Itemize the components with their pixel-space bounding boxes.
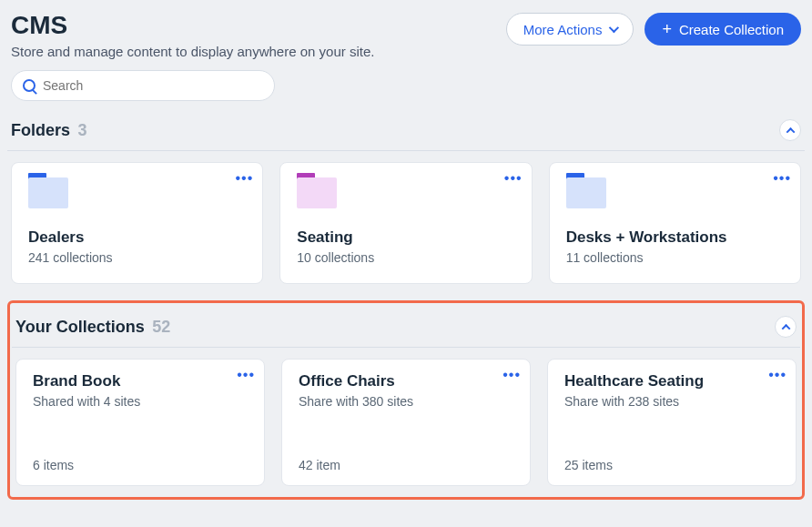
collection-items-count: 6 items [33, 458, 248, 472]
folders-count: 3 [77, 121, 86, 139]
collections-heading: Your Collections 52 [15, 318, 170, 337]
chevron-down-icon [609, 23, 619, 33]
plus-icon: + [662, 21, 672, 37]
folders-section-head: Folders 3 [7, 106, 805, 151]
header-actions: More Actions + Create Collection [506, 11, 801, 46]
folder-card[interactable]: ••• Dealers 241 collections [11, 162, 263, 284]
search-input[interactable] [43, 78, 263, 93]
search-field[interactable] [11, 70, 275, 101]
folder-icon [566, 177, 606, 208]
page-subtitle: Store and manage content to display anyw… [11, 44, 374, 59]
collection-cards: ••• Brand Book Shared with 4 sites 6 ite… [12, 348, 800, 490]
collection-card[interactable]: ••• Office Chairs Share with 380 sites 4… [281, 359, 531, 486]
search-wrap [7, 59, 805, 106]
collection-items-count: 25 items [564, 458, 779, 472]
search-icon [23, 79, 36, 92]
card-menu-button[interactable]: ••• [768, 367, 787, 383]
collections-count: 52 [152, 318, 170, 336]
create-collection-label: Create Collection [679, 22, 784, 37]
card-menu-button[interactable]: ••• [237, 367, 255, 383]
your-collections-highlight: Your Collections 52 ••• Brand Book Share… [7, 300, 805, 500]
collection-sub: Shared with 4 sites [33, 394, 248, 409]
collection-sub: Share with 380 sites [299, 394, 513, 409]
collection-name: Brand Book [33, 372, 248, 390]
collection-name: Healthcare Seating [564, 372, 779, 390]
folder-name: Dealers [28, 228, 246, 247]
header: CMS Store and manage content to display … [7, 7, 805, 59]
card-menu-button[interactable]: ••• [504, 170, 523, 187]
folder-name: Desks + Workstations [566, 228, 784, 247]
folder-sub: 10 collections [297, 250, 514, 265]
page-title: CMS [11, 11, 374, 40]
folder-icon [297, 177, 337, 208]
collection-card[interactable]: ••• Brand Book Shared with 4 sites 6 ite… [15, 359, 265, 486]
more-actions-button[interactable]: More Actions [506, 13, 634, 46]
card-menu-button[interactable]: ••• [502, 367, 521, 383]
card-menu-button[interactable]: ••• [236, 170, 254, 187]
folder-name: Seating [297, 228, 514, 247]
collection-name: Office Chairs [299, 372, 513, 390]
collection-sub: Share with 238 sites [564, 394, 779, 409]
folder-icon [28, 177, 68, 208]
create-collection-button[interactable]: + Create Collection [645, 13, 801, 46]
collections-collapse-button[interactable] [775, 316, 797, 338]
more-actions-label: More Actions [523, 22, 603, 37]
folders-title: Folders [11, 121, 70, 139]
collection-card[interactable]: ••• Healthcare Seating Share with 238 si… [547, 359, 797, 486]
folder-sub: 241 collections [28, 250, 246, 265]
collections-title: Your Collections [15, 318, 145, 336]
folders-heading: Folders 3 [11, 121, 86, 140]
chevron-up-icon [781, 323, 790, 332]
collection-items-count: 42 item [299, 458, 513, 472]
card-menu-button[interactable]: ••• [773, 170, 791, 187]
folder-card[interactable]: ••• Seating 10 collections [279, 162, 532, 284]
folder-sub: 11 collections [566, 250, 784, 265]
folder-cards: ••• Dealers 241 collections ••• Seating … [7, 151, 805, 288]
title-block: CMS Store and manage content to display … [11, 11, 374, 59]
chevron-up-icon [786, 127, 795, 136]
folder-card[interactable]: ••• Desks + Workstations 11 collections [549, 162, 801, 284]
folders-collapse-button[interactable] [779, 119, 801, 141]
collections-section-head: Your Collections 52 [12, 303, 800, 348]
